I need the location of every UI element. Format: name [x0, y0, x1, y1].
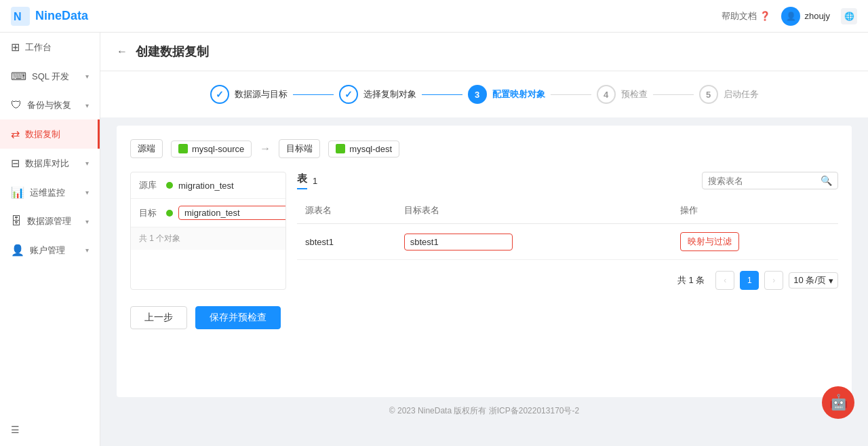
target-row: 目标: [131, 199, 285, 227]
page-header: ← 创建数据复制: [100, 33, 868, 71]
sidebar-item-backup[interactable]: 🛡 备份与恢复 ▾: [0, 91, 100, 119]
main-content: ← 创建数据复制 ✓ 数据源与目标 ✓ 选择复制对象: [100, 33, 868, 446]
current-page-button[interactable]: 1: [740, 271, 759, 290]
map-and-filter-button[interactable]: 映射与过滤: [680, 232, 739, 251]
ops-monitor-icon: 📊: [11, 186, 24, 199]
step-3-circle: 3: [468, 85, 487, 104]
table-tab: 表: [297, 172, 307, 189]
source-db-tag: mysql-source: [171, 141, 252, 157]
sidebar-item-db-compare[interactable]: ⊟ 数据库对比 ▾: [0, 149, 100, 178]
source-db-icon: [178, 144, 188, 153]
connector-4-5: [653, 94, 694, 95]
next-page-button[interactable]: ›: [764, 271, 783, 290]
target-db-tag: mysql-dest: [328, 141, 399, 157]
buttons-area: 上一步 保存并预检查: [130, 306, 838, 329]
back-arrow[interactable]: ←: [117, 45, 127, 58]
target-row-label: 目标: [139, 207, 161, 219]
data-source-icon: 🗄: [11, 215, 22, 227]
connector-1-2: [293, 94, 334, 95]
sidebar-label-account: 账户管理: [30, 244, 65, 257]
table-header: 表 1 🔍: [297, 172, 838, 189]
pagination: 共 1 条 ‹ 1 › 10 条/页 ▾: [297, 271, 838, 290]
svg-text:N: N: [14, 11, 22, 22]
search-input[interactable]: [708, 176, 816, 186]
sidebar: ⊞ 工作台 ⌨ SQL 开发 ▾ 🛡 备份与恢复 ▾ ⇄ 数据复制 ⊟ 数据库对…: [0, 33, 100, 446]
target-tag: 目标端: [279, 139, 320, 158]
sidebar-item-ops-monitor[interactable]: 📊 运维监控 ▾: [0, 178, 100, 207]
question-icon: ❓: [760, 11, 770, 21]
steps-container: ✓ 数据源与目标 ✓ 选择复制对象 3 配置映射对象: [100, 71, 868, 117]
sidebar-item-data-source[interactable]: 🗄 数据源管理 ▾: [0, 207, 100, 236]
step-5-num: 5: [706, 90, 711, 100]
help-link[interactable]: 帮助文档 ❓: [722, 10, 770, 22]
save-and-check-button[interactable]: 保存并预检查: [195, 306, 281, 329]
source-row: 源库 migration_test: [131, 172, 285, 199]
page-title: 创建数据复制: [136, 43, 209, 60]
search-box[interactable]: 🔍: [702, 172, 838, 189]
chevron-down-icon-2: ▾: [85, 102, 89, 109]
target-name-input[interactable]: [178, 206, 286, 220]
logo-text: NineData: [35, 9, 88, 23]
back-button[interactable]: 上一步: [130, 306, 187, 329]
connector-2-3: [422, 94, 462, 95]
prev-page-button[interactable]: ‹: [715, 271, 734, 290]
left-panel: 源库 migration_test 目标 共 1 个对象: [130, 172, 286, 290]
sidebar-label-sql-dev: SQL 开发: [32, 71, 69, 83]
layout: ⊞ 工作台 ⌨ SQL 开发 ▾ 🛡 备份与恢复 ▾ ⇄ 数据复制 ⊟ 数据库对…: [0, 33, 868, 446]
connector-3-4: [551, 94, 591, 95]
search-icon[interactable]: 🔍: [821, 175, 832, 186]
step-5-label: 启动任务: [724, 88, 759, 100]
sidebar-item-data-replication[interactable]: ⇄ 数据复制: [0, 119, 100, 149]
data-replication-icon: ⇄: [11, 128, 20, 141]
step-2: ✓ 选择复制对象: [339, 85, 416, 104]
sidebar-toggle[interactable]: ☰: [11, 424, 20, 435]
step-4-label: 预检查: [621, 88, 648, 100]
left-panel-footer: 共 1 个对象: [131, 227, 285, 250]
source-db-dot: [166, 182, 173, 189]
step-2-label: 选择复制对象: [363, 88, 416, 100]
lang-icon: 🌐: [844, 12, 854, 21]
col-target-name: 目标表名: [396, 198, 672, 224]
pagination-total: 共 1 条: [677, 274, 705, 286]
step-3-num: 3: [475, 90, 479, 100]
sidebar-item-workbench[interactable]: ⊞ 工作台: [0, 33, 100, 62]
step-3-label: 配置映射对象: [492, 88, 545, 100]
page-size-select[interactable]: 10 条/页 ▾: [789, 272, 838, 289]
target-db-dot: [166, 210, 173, 217]
source-target-bar: 源端 mysql-source → 目标端 mysql-dest: [130, 139, 838, 158]
sidebar-item-account[interactable]: 👤 账户管理 ▾: [0, 236, 100, 265]
col-source-name: 源表名: [297, 198, 396, 224]
user-info[interactable]: 👤 zhoujy: [781, 7, 830, 26]
topbar-left: N NineData: [11, 7, 88, 26]
chatbot-button[interactable]: 🤖: [822, 386, 854, 419]
language-switcher[interactable]: 🌐: [841, 8, 857, 24]
ninedata-logo-icon: N: [11, 7, 30, 26]
sidebar-label-ops-monitor: 运维监控: [30, 187, 65, 199]
user-name: zhoujy: [804, 11, 830, 21]
avatar-icon: 👤: [786, 12, 796, 21]
source-table-name: sbtest1: [297, 224, 396, 260]
table-count: 1: [313, 176, 317, 186]
content-area: 源端 mysql-source → 目标端 mysql-dest: [117, 126, 852, 397]
page-size-value: 10 条/页: [793, 274, 826, 286]
object-count: 共 1 个对象: [139, 234, 180, 243]
chevron-down-icon: ▾: [85, 73, 89, 80]
target-table-name-input[interactable]: [404, 234, 513, 250]
step-1: ✓ 数据源与目标: [210, 85, 288, 104]
footer: © 2023 NineData 版权所有 浙ICP备2022013170号-2: [100, 397, 868, 425]
source-label: 源端: [138, 143, 155, 155]
sidebar-item-sql-dev[interactable]: ⌨ SQL 开发 ▾: [0, 62, 100, 91]
step-4-num: 4: [604, 90, 608, 100]
footer-text: © 2023 NineData 版权所有 浙ICP备2022013170号-2: [389, 406, 579, 415]
step-2-circle: ✓: [339, 85, 358, 104]
target-db-icon: [336, 144, 345, 153]
check-icon-1: ✓: [216, 89, 224, 100]
data-table: 源表名 目标表名 操作 sbtest1: [297, 198, 838, 260]
panels: 源库 migration_test 目标 共 1 个对象: [130, 172, 838, 290]
step-5: 5 启动任务: [699, 85, 759, 104]
step-4-circle: 4: [597, 85, 616, 104]
arrow-icon: →: [260, 143, 271, 155]
chevron-down-icon-4: ▾: [85, 189, 89, 196]
page-size-arrow: ▾: [829, 276, 833, 286]
step-5-circle: 5: [699, 85, 718, 104]
